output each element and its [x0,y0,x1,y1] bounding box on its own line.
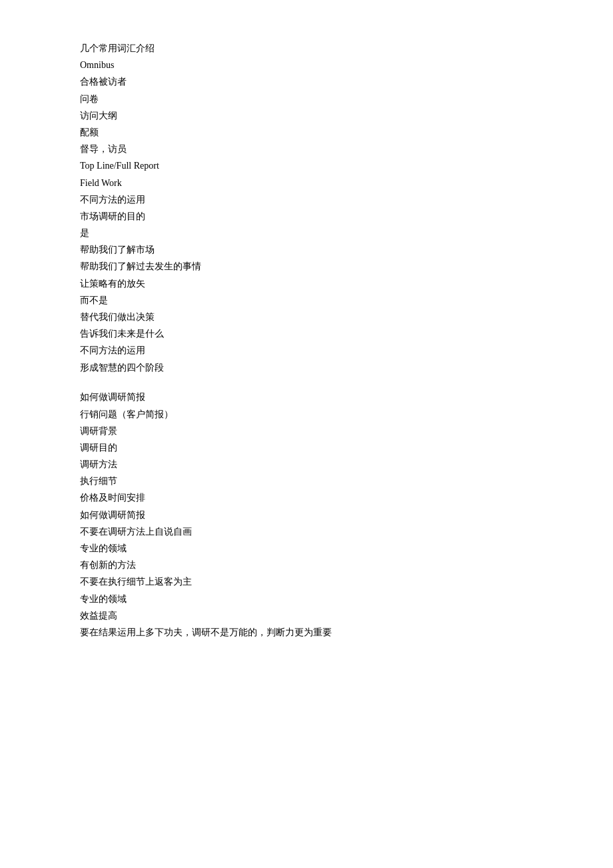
spacer-1 [80,376,613,389]
line-24: 调研目的 [80,439,613,456]
main-content: 几个常用词汇介绍Omnibus合格被访者问卷访问大纲配额督导，访员Top Lin… [80,40,613,641]
line-9: Field Work [80,175,613,191]
line-18: 告诉我们未来是什么 [80,325,613,342]
line-6: 配额 [80,124,613,141]
line-23: 调研背景 [80,423,613,439]
line-29: 不要在调研方法上自说自画 [80,523,613,540]
line-31: 有创新的方法 [80,557,613,573]
line-17: 替代我们做出决策 [80,309,613,325]
line-14: 帮助我们了解过去发生的事情 [80,258,613,275]
line-13: 帮助我们了解市场 [80,241,613,258]
line-11: 市场调研的目的 [80,208,613,225]
line-32: 不要在执行细节上返客为主 [80,573,613,590]
line-27: 价格及时间安排 [80,489,613,506]
line-5: 访问大纲 [80,107,613,124]
line-21: 如何做调研简报 [80,389,613,405]
line-20: 形成智慧的四个阶段 [80,359,613,376]
line-22: 行销问题（客户简报） [80,406,613,423]
line-30: 专业的领域 [80,540,613,557]
line-35: 要在结果运用上多下功夫，调研不是万能的，判断力更为重要 [80,624,613,641]
line-3: 合格被访者 [80,73,613,90]
line-28: 如何做调研简报 [80,507,613,523]
line-34: 效益提高 [80,607,613,624]
line-10: 不同方法的运用 [80,191,613,208]
line-16: 而不是 [80,292,613,309]
line-19: 不同方法的运用 [80,342,613,359]
line-4: 问卷 [80,91,613,107]
line-15: 让策略有的放矢 [80,275,613,292]
line-8: Top Line/Full Report [80,157,613,174]
line-26: 执行细节 [80,473,613,489]
line-1: 几个常用词汇介绍 [80,40,613,57]
line-12: 是 [80,225,613,241]
line-33: 专业的领域 [80,591,613,607]
line-25: 调研方法 [80,456,613,473]
line-2: Omnibus [80,57,613,73]
line-7: 督导，访员 [80,141,613,157]
